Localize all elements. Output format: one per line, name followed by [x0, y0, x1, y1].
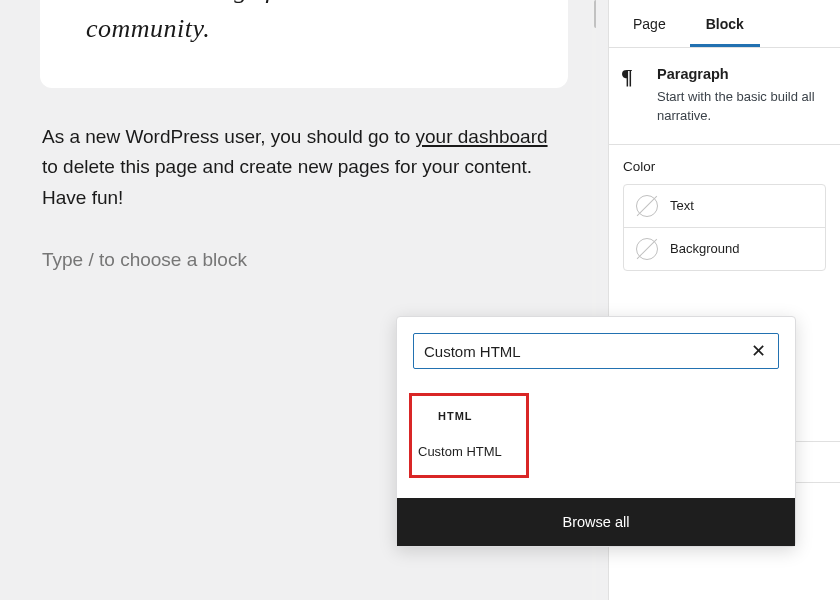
- empty-swatch-icon: [636, 195, 658, 217]
- hero-block[interactable]: awesome things for the Gotham community.: [40, 0, 568, 88]
- color-item-text[interactable]: Text: [624, 185, 825, 228]
- dashboard-link[interactable]: your dashboard: [416, 126, 548, 147]
- body-text-before: As a new WordPress user, you should go t…: [42, 126, 416, 147]
- paragraph-block[interactable]: As a new WordPress user, you should go t…: [40, 122, 568, 213]
- block-intro-title: Paragraph: [657, 66, 826, 82]
- block-appender-placeholder[interactable]: Type / to choose a block: [40, 249, 568, 271]
- block-inserter-popover: ✕ HTML Custom HTML Browse all: [396, 316, 796, 547]
- browse-all-button[interactable]: Browse all: [397, 498, 795, 546]
- body-text-after: to delete this page and create new pages…: [42, 156, 532, 207]
- inserter-search[interactable]: ✕: [413, 333, 779, 369]
- color-label: Background: [670, 241, 739, 256]
- html-icon: HTML: [438, 410, 520, 422]
- block-intro: ¶ Paragraph Start with the basic build a…: [609, 48, 840, 145]
- paragraph-icon: ¶: [621, 66, 645, 90]
- color-label: Text: [670, 198, 694, 213]
- sidebar-tabs: Page Block: [609, 0, 840, 48]
- color-list: Text Background: [623, 184, 826, 271]
- block-result-custom-html[interactable]: HTML Custom HTML: [409, 393, 529, 478]
- color-heading: Color: [623, 159, 826, 174]
- tab-block[interactable]: Block: [690, 6, 760, 47]
- color-section: Color Text Background: [609, 145, 840, 281]
- tab-page[interactable]: Page: [617, 6, 682, 47]
- result-label: Custom HTML: [418, 444, 520, 459]
- inserter-results: HTML Custom HTML: [397, 381, 795, 498]
- clear-icon[interactable]: ✕: [749, 342, 768, 360]
- scrollbar-thumb[interactable]: [594, 0, 606, 28]
- block-intro-desc: Start with the basic build all narrative…: [657, 88, 826, 126]
- hero-text: awesome things for the Gotham community.: [86, 0, 522, 48]
- search-input[interactable]: [424, 343, 749, 360]
- empty-swatch-icon: [636, 238, 658, 260]
- color-item-background[interactable]: Background: [624, 228, 825, 270]
